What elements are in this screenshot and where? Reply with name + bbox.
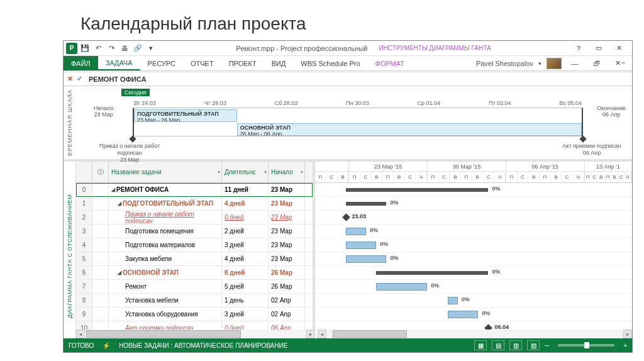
table-row[interactable]: 2 Приказ о начале работ подписан 0 дней … xyxy=(76,211,313,225)
view-team-icon[interactable]: ▥ xyxy=(509,340,522,350)
status-bar: ГОТОВО ⚡ НОВЫЕ ЗАДАЧИ : АВТОМАТИЧЕСКОЕ П… xyxy=(64,338,632,352)
mdi-minimize-icon[interactable]: — xyxy=(567,58,583,69)
gantt-hscroll[interactable]: ◂ ▸ xyxy=(318,330,632,338)
ribbon-tab-file[interactable]: ФАЙЛ xyxy=(64,56,98,70)
task-table[interactable]: ⓘ Название задачи▾ Длительнс▾ Начало▾ 0 … xyxy=(76,162,315,350)
ribbon: ФАЙЛ ЗАДАЧА РЕСУРС ОТЧЕТ ПРОЕКТ ВИД WBS … xyxy=(64,56,632,71)
ribbon-tab-format[interactable]: ФОРМАТ xyxy=(368,56,413,70)
timeline-track[interactable]: ПОДГОТОВИТЕЛЬНЫЙ ЭТАП 23 Мар - 26 Мар ОС… xyxy=(133,108,583,136)
app-icon: P xyxy=(66,43,77,54)
timeline-ticks: Вт 24.03Чт 26.03 Сб 28.03Пн 30.03 Ср 01.… xyxy=(134,100,582,106)
mdi-restore-icon[interactable]: 🗗 xyxy=(588,58,604,69)
gantt-row[interactable]: 0% xyxy=(315,280,632,294)
table-row[interactable]: 9 Установка оборудования 3 дней 02 Апр xyxy=(76,308,313,321)
entry-input[interactable] xyxy=(86,74,628,84)
ribbon-tab-project[interactable]: ПРОЕКТ xyxy=(221,56,264,70)
gantt-timescale: ПСВ23 Мар '15ПСВПВСЧ30 Мар '15ПСВПВСЧ06 … xyxy=(315,162,632,183)
gantt-row[interactable]: 23.03 xyxy=(315,211,632,225)
table-row[interactable]: 1 ◢ПОДГОТОВИТЕЛЬНЫЙ ЭТАП 4 дней 23 Мар xyxy=(76,197,313,211)
scroll-left-icon[interactable]: ◂ xyxy=(76,330,85,338)
help-icon[interactable]: ? xyxy=(570,43,587,54)
gantt-row[interactable]: 0% xyxy=(315,197,632,211)
view-usage-icon[interactable]: ▤ xyxy=(492,340,504,350)
table-row[interactable]: 8 Установка мебели 1 день 02 Апр xyxy=(76,294,313,308)
gantt-chart[interactable]: ПСВ23 Мар '15ПСВПВСЧ30 Мар '15ПСВПВСЧ06 … xyxy=(315,162,632,350)
task-table-hscroll[interactable]: ◂ ▸ xyxy=(76,330,315,338)
ribbon-collapse-icon[interactable]: ⌃ xyxy=(621,61,626,72)
qat-print-icon[interactable]: 🖶 xyxy=(119,43,130,54)
ribbon-tab-task[interactable]: ЗАДАЧА xyxy=(98,56,140,70)
qat-more-icon[interactable]: ▾ xyxy=(145,43,157,54)
view-resource-icon[interactable]: ▧ xyxy=(527,340,540,350)
gantt-row[interactable]: 0% xyxy=(315,225,632,238)
document-title: Ремонт.mpp - Project профессиональный xyxy=(236,45,367,52)
ribbon-tab-resource[interactable]: РЕСУРС xyxy=(140,56,183,70)
gantt-vlabel: ДИАГРАММА ГАНТА С ОТСЛЕЖИВАНИЕМ xyxy=(67,194,73,318)
status-newtasks: НОВЫЕ ЗАДАЧИ : АВТОМАТИЧЕСКОЕ ПЛАНИРОВАН… xyxy=(119,342,287,349)
contextual-tab-label: ИНСТРУМЕНТЫ ДИАГРАММЫ ГАНТА xyxy=(379,45,491,52)
scroll-left-icon[interactable]: ◂ xyxy=(318,330,326,338)
timeline-bar-1[interactable]: ПОДГОТОВИТЕЛЬНЫЙ ЭТАП 23 Мар - 26 Мар xyxy=(134,109,237,122)
col-name[interactable]: Название задачи▾ xyxy=(109,162,222,182)
timeline-pane: ВРЕМЕННАЯ ШКАЛА Сегодня Начало23 Мар Око… xyxy=(64,86,632,162)
timeline-start: Начало23 Мар xyxy=(94,105,113,118)
scroll-right-icon[interactable]: ▸ xyxy=(623,330,632,338)
table-row[interactable]: 6 ◢ОСНОВНОЙ ЭТАП 8 дней 26 Мар xyxy=(76,266,313,280)
entry-cancel-icon[interactable]: ✕ xyxy=(67,75,73,83)
table-row[interactable]: 3 Подготовка помещения 2 дней 23 Мар xyxy=(76,225,313,238)
timeline-diamond-end xyxy=(579,135,586,142)
window-restore-icon[interactable]: ▭ xyxy=(591,43,607,54)
timeline-vlabel: ВРЕМЕННАЯ ШКАЛА xyxy=(67,89,73,156)
today-marker: Сегодня xyxy=(121,89,150,96)
qat-undo-icon[interactable]: ↶ xyxy=(92,43,104,54)
zoom-in-icon[interactable]: + xyxy=(623,342,627,349)
lightning-icon: ⚡ xyxy=(103,342,110,349)
col-duration[interactable]: Длительнс▾ xyxy=(222,162,269,182)
project-window: P 💾 ↶ ↷ 🖶 🔗 ▾ Ремонт.mpp - Project профе… xyxy=(63,40,633,353)
timeline-diamond-start xyxy=(129,135,136,142)
col-start[interactable]: Начало▾ xyxy=(269,162,305,182)
timeline-bar-2[interactable]: ОСНОВНОЙ ЭТАП 26 Мар - 06 Апр xyxy=(237,123,582,136)
zoom-slider[interactable] xyxy=(558,344,614,347)
gantt-area: ДИАГРАММА ГАНТА С ОТСЛЕЖИВАНИЕМ ⓘ Назван… xyxy=(64,162,632,350)
entry-accept-icon[interactable]: ✓ xyxy=(77,75,82,83)
table-row[interactable]: 0 ◢РЕМОНТ ОФИСА 11 дней 23 Мар xyxy=(76,183,313,197)
table-row[interactable]: 7 Ремонт 5 дней 26 Мар xyxy=(76,280,313,294)
gantt-row[interactable]: 0% xyxy=(315,308,632,321)
scroll-right-icon[interactable]: ▸ xyxy=(306,330,315,338)
qat-save-icon[interactable]: 💾 xyxy=(79,43,91,54)
task-table-header: ⓘ Название задачи▾ Длительнс▾ Начало▾ xyxy=(76,162,313,183)
gantt-row[interactable]: 0% xyxy=(315,238,632,252)
ribbon-tab-wbs[interactable]: WBS Schedule Pro xyxy=(293,56,367,70)
zoom-out-icon[interactable]: ─ xyxy=(545,342,549,349)
qat-redo-icon[interactable]: ↷ xyxy=(106,43,117,54)
timeline-ms2: Акт приемки подписан06 Апр xyxy=(554,143,630,157)
titlebar: P 💾 ↶ ↷ 🖶 🔗 ▾ Ремонт.mpp - Project профе… xyxy=(64,41,632,56)
gantt-row[interactable]: 0% xyxy=(315,183,632,197)
timeline-ms1: Приказ о начале работ подписан23 Мар xyxy=(89,143,170,163)
qat-link-icon[interactable]: 🔗 xyxy=(132,43,143,54)
gantt-row[interactable]: 0% xyxy=(315,266,632,280)
table-row[interactable]: 5 Закупка мебели 4 дней 23 Мар xyxy=(76,252,313,266)
slide-title: Календарный план проекта xyxy=(0,0,644,40)
timeline-end: Окончание06 Апр xyxy=(597,105,626,118)
ribbon-tab-view[interactable]: ВИД xyxy=(264,56,294,70)
ribbon-tab-report[interactable]: ОТЧЕТ xyxy=(183,56,221,70)
col-info-icon[interactable]: ⓘ xyxy=(92,162,109,182)
user-avatar[interactable] xyxy=(547,58,562,69)
gantt-row[interactable]: 0% xyxy=(315,252,632,266)
window-close-icon[interactable]: ✕ xyxy=(611,43,627,54)
view-gantt-icon[interactable]: ▦ xyxy=(474,340,487,350)
status-ready: ГОТОВО xyxy=(69,342,94,349)
table-row[interactable]: 4 Подготовка материалов 3 дней 23 Мар xyxy=(76,238,313,252)
entry-bar: ✕ ✓ xyxy=(64,72,632,86)
gantt-row[interactable]: 0% xyxy=(315,294,632,308)
user-name[interactable]: Pavel Shestopalov xyxy=(476,60,533,67)
